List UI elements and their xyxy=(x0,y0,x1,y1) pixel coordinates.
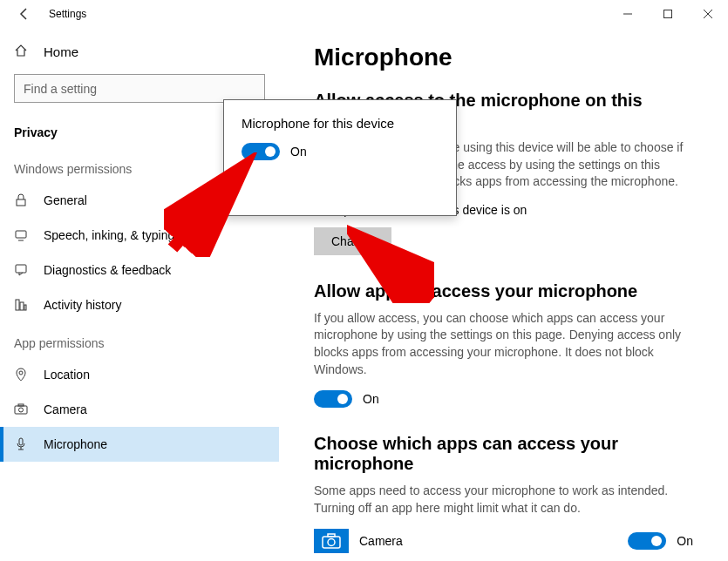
nav-diagnostics[interactable]: Diagnostics & feedback xyxy=(0,253,279,287)
svg-point-13 xyxy=(19,408,24,412)
home-icon xyxy=(14,44,31,60)
close-button[interactable] xyxy=(688,0,728,28)
nav-label: General xyxy=(44,193,87,207)
annotation-arrow-toggle xyxy=(164,152,260,257)
window-title: Settings xyxy=(49,8,86,20)
camera-app-state: On xyxy=(677,534,693,548)
popup-title: Microphone for this device xyxy=(242,116,439,131)
section3-desc: Some apps need to access your microphone… xyxy=(314,483,693,517)
minimize-button[interactable] xyxy=(608,0,648,28)
svg-rect-8 xyxy=(16,300,19,310)
lock-icon xyxy=(14,193,31,207)
nav-microphone[interactable]: Microphone xyxy=(0,427,279,462)
svg-rect-10 xyxy=(24,305,26,310)
feedback-icon xyxy=(14,263,31,277)
nav-activity[interactable]: Activity history xyxy=(0,287,279,322)
nav-camera[interactable]: Camera xyxy=(0,392,279,427)
nav-location[interactable]: Location xyxy=(0,357,279,392)
svg-rect-15 xyxy=(19,438,23,445)
camera-app-icon xyxy=(314,529,349,553)
apps-access-toggle[interactable] xyxy=(314,390,352,408)
group-app-permissions: App permissions xyxy=(0,322,279,357)
home-label: Home xyxy=(44,44,78,59)
window-controls xyxy=(608,0,728,28)
svg-point-17 xyxy=(328,539,335,546)
page-title: Microphone xyxy=(314,44,693,71)
svg-rect-1 xyxy=(664,10,672,18)
app-name: Camera xyxy=(359,534,617,548)
svg-rect-5 xyxy=(16,231,26,238)
location-icon xyxy=(14,368,31,382)
svg-rect-14 xyxy=(18,404,24,406)
svg-rect-9 xyxy=(20,302,24,310)
nav-label: Speech, inking, & typing xyxy=(44,228,174,242)
apps-access-state: On xyxy=(363,392,379,406)
nav-label: Camera xyxy=(44,402,87,416)
history-icon xyxy=(14,298,31,312)
svg-point-11 xyxy=(19,371,23,375)
microphone-icon xyxy=(14,437,31,451)
svg-rect-12 xyxy=(15,406,27,414)
maximize-button[interactable] xyxy=(648,0,688,28)
svg-rect-4 xyxy=(17,199,25,206)
speech-icon xyxy=(14,228,31,242)
home-nav[interactable]: Home xyxy=(0,35,279,69)
svg-line-20 xyxy=(173,168,242,248)
device-microphone-state: On xyxy=(290,145,307,159)
titlebar: Settings xyxy=(0,0,728,28)
camera-app-toggle[interactable] xyxy=(628,532,666,550)
nav-label: Diagnostics & feedback xyxy=(44,263,171,277)
nav-label: Activity history xyxy=(44,298,121,312)
svg-line-22 xyxy=(357,237,421,290)
svg-rect-18 xyxy=(328,534,335,537)
svg-rect-7 xyxy=(16,265,26,273)
annotation-arrow-change xyxy=(347,225,434,303)
app-row-camera: Camera On xyxy=(314,529,693,553)
section3-heading: Choose which apps can access your microp… xyxy=(314,434,693,474)
section2-desc: If you allow access, you can choose whic… xyxy=(314,310,693,378)
nav-label: Microphone xyxy=(44,437,107,451)
camera-icon xyxy=(14,402,31,416)
nav-label: Location xyxy=(44,368,90,382)
back-button[interactable] xyxy=(7,0,42,28)
